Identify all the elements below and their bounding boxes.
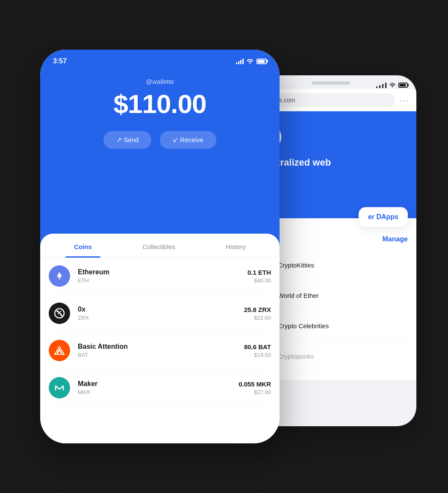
mkr-symbol: MKR xyxy=(78,389,239,395)
coin-row-eth[interactable]: Ethereum ETH 0.1 ETH $40.00 xyxy=(49,258,271,295)
cryptopunks-name: Cryptopunks xyxy=(278,353,314,360)
eth-amounts: 0.1 ETH $40.00 xyxy=(248,269,271,284)
mkr-amounts: 0.055 MKR $27.90 xyxy=(239,380,271,395)
wallet-card: Coins Collectibles History xyxy=(40,234,280,443)
bat-icon xyxy=(49,340,70,361)
coin-row-bat[interactable]: Basic Attention BAT 80.6 BAT $19.50 xyxy=(49,332,271,369)
coin-row-mkr[interactable]: Maker MKR 0.055 MKR $27.90 xyxy=(49,369,271,407)
explore-dapps-text: er DApps xyxy=(368,213,398,220)
mkr-info: Maker MKR xyxy=(78,380,239,395)
wallet-actions: ↗ Send ↙ Receive xyxy=(40,131,280,149)
zrx-amount: 25.8 ZRX xyxy=(244,306,271,313)
wallet-header: 3:57 @wallette $110.00 xyxy=(40,50,280,255)
send-button[interactable]: ↗ Send xyxy=(103,131,151,149)
mkr-usd: $27.90 xyxy=(239,389,271,395)
bat-name: Basic Attention xyxy=(78,343,244,350)
eth-usd: $40.00 xyxy=(248,277,271,284)
battery-icon xyxy=(256,59,267,64)
eth-info: Ethereum ETH xyxy=(78,268,248,284)
eth-name: Ethereum xyxy=(78,268,248,276)
wallet-username: @wallette xyxy=(40,78,280,85)
back-phone-notch xyxy=(312,81,350,85)
bat-symbol: BAT xyxy=(78,352,244,358)
tabs-row: Coins Collectibles History xyxy=(40,234,280,258)
worldofether-name: World of Ether xyxy=(278,292,319,299)
zrx-usd: $22.60 xyxy=(244,315,271,321)
bat-info: Basic Attention BAT xyxy=(78,343,244,358)
wifi-icon xyxy=(246,58,254,65)
tab-coins[interactable]: Coins xyxy=(65,234,100,257)
back-signal-icon xyxy=(376,82,386,88)
eth-symbol: ETH xyxy=(78,277,248,284)
zrx-info: 0x ZRX xyxy=(78,306,244,321)
svg-text:✕: ✕ xyxy=(57,309,62,316)
back-wifi-icon xyxy=(389,81,396,89)
browser-menu-icon[interactable]: ··· xyxy=(400,95,410,105)
bat-amount: 80.6 BAT xyxy=(244,343,271,350)
status-icons xyxy=(236,58,267,65)
zrx-name: 0x xyxy=(78,306,244,313)
zrx-amounts: 25.8 ZRX $22.60 xyxy=(244,306,271,321)
back-battery-icon xyxy=(398,83,408,88)
coin-row-zrx[interactable]: ✕ 0x ZRX 25.8 ZRX $22.60 xyxy=(49,295,271,332)
mkr-icon xyxy=(49,377,70,398)
explore-dapps-bubble[interactable]: er DApps xyxy=(359,207,408,227)
svg-marker-0 xyxy=(57,272,62,278)
mkr-name: Maker xyxy=(78,380,239,388)
signal-icon xyxy=(236,58,244,64)
coin-list: Ethereum ETH 0.1 ETH $40.00 xyxy=(40,258,280,407)
clock: 3:57 xyxy=(53,57,67,65)
tab-history[interactable]: History xyxy=(217,234,254,257)
wallet-balance: $110.00 xyxy=(40,89,280,119)
mkr-amount: 0.055 MKR xyxy=(239,380,271,388)
tab-collectibles[interactable]: Collectibles xyxy=(134,234,184,257)
zrx-icon: ✕ xyxy=(49,303,70,324)
cryptocelebrities-name: Crypto Celebrities xyxy=(278,322,329,330)
eth-amount: 0.1 ETH xyxy=(248,269,271,276)
zrx-symbol: ZRX xyxy=(78,315,244,321)
status-bar: 3:57 xyxy=(40,50,280,65)
bat-amounts: 80.6 BAT $19.50 xyxy=(244,343,271,358)
eth-icon xyxy=(49,265,70,287)
receive-button[interactable]: ↙ Receive xyxy=(160,131,216,149)
cryptokitties-name: CryptoKitties xyxy=(278,261,314,269)
front-phone: 3:57 @wallette $110.00 xyxy=(40,50,280,443)
bat-usd: $19.50 xyxy=(244,352,271,358)
